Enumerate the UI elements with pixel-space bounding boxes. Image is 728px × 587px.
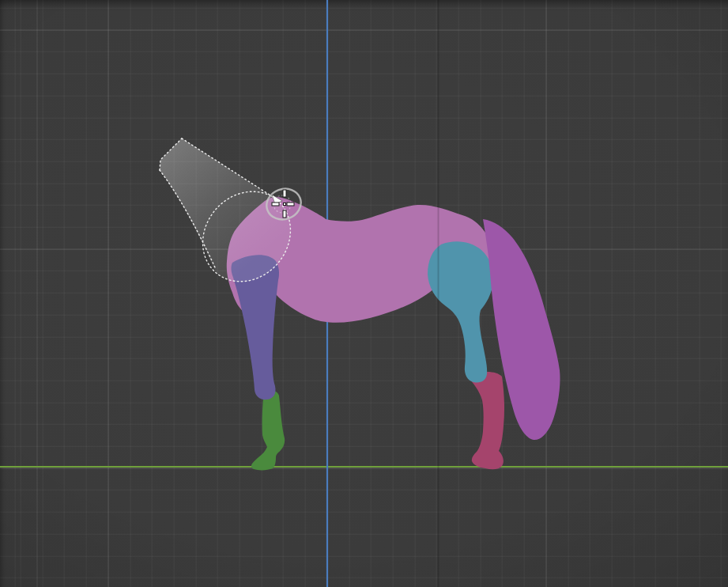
horse-hind-lower-leg-segment[interactable] (468, 372, 504, 469)
crosshair-tick-right (287, 203, 294, 206)
head-cone-fill[interactable] (160, 138, 290, 282)
area-divider-line[interactable] (438, 0, 439, 587)
crosshair-tick-left (272, 203, 279, 206)
crosshair-tick-top (283, 190, 286, 197)
viewport-3d[interactable] (0, 0, 728, 587)
horse-front-lower-leg-segment[interactable] (251, 391, 285, 471)
scene-layer (0, 0, 728, 587)
crosshair-tick-bottom (283, 210, 286, 218)
crosshair-center-dot (284, 203, 286, 206)
